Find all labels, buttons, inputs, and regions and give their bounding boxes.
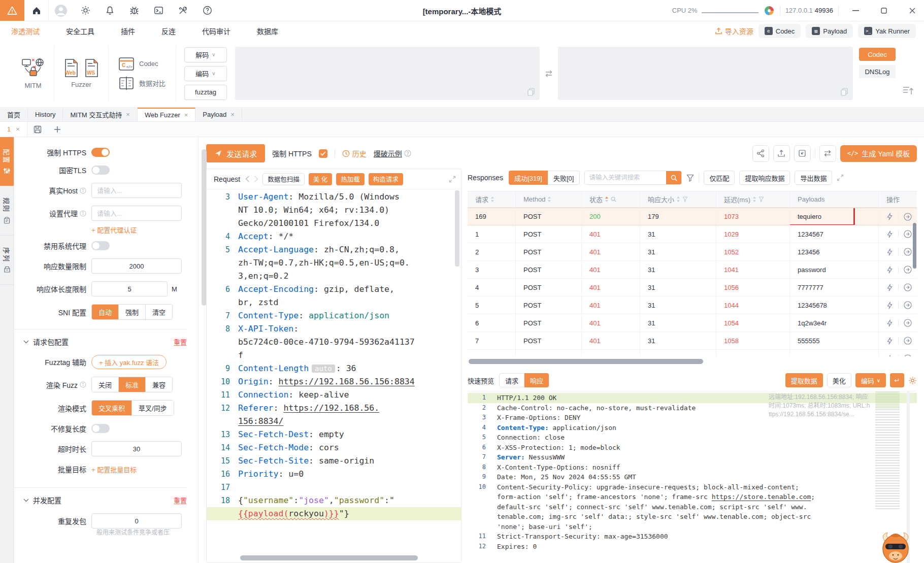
open-detail-icon[interactable]	[904, 337, 912, 345]
avatar[interactable]	[49, 0, 73, 21]
reset-request-config-button[interactable]: 重置	[174, 337, 187, 347]
sni-option-auto[interactable]: 自动	[92, 305, 119, 319]
table-row[interactable]: 3POST401311041password	[468, 261, 917, 279]
open-detail-icon[interactable]	[904, 266, 912, 274]
retry-lightning-icon[interactable]	[886, 213, 893, 220]
close-icon[interactable]: ×	[184, 111, 188, 119]
retry-lightning-icon[interactable]	[886, 230, 893, 238]
packet-scan-button[interactable]: 数据包扫描	[262, 173, 305, 185]
close-icon[interactable]: ×	[126, 111, 130, 118]
render-mode-cross[interactable]: 交叉乘积	[92, 401, 132, 415]
blast-example-link[interactable]: 爆破示例	[374, 148, 411, 158]
menu-item-sectools[interactable]: 安全工具	[66, 26, 94, 36]
concurrent-section-header[interactable]: 并发配置 重置	[23, 495, 187, 505]
encode-response-button[interactable]: 编码∨	[855, 373, 886, 387]
collapse-list-icon[interactable]	[896, 46, 916, 101]
editor-minimap[interactable]	[875, 391, 900, 511]
beautify-button[interactable]: 美 化	[309, 173, 332, 185]
tab-history[interactable]: History	[28, 108, 63, 121]
menu-item-pentest[interactable]: 渗透测试	[11, 26, 40, 36]
extract-data-button[interactable]: 提取数据	[785, 373, 823, 387]
settings-gear-icon[interactable]	[73, 0, 97, 21]
sni-option-clear[interactable]: 清空	[146, 305, 172, 319]
expand-request-icon[interactable]	[449, 176, 456, 183]
codec-input-textarea[interactable]	[235, 47, 540, 100]
open-detail-icon[interactable]	[904, 213, 912, 221]
data-compare-button[interactable]: 数据对比	[119, 77, 166, 90]
table-row[interactable]: 169POST2001791073tequiero	[468, 208, 917, 225]
close-icon[interactable]: ×	[230, 111, 235, 118]
fuzztag-button[interactable]: fuzztag	[184, 85, 227, 100]
configure-batch-target-link[interactable]: + 配置批量目标	[91, 465, 137, 474]
success-filter-button[interactable]: 成功[319]	[509, 171, 548, 185]
no-fix-length-toggle[interactable]	[91, 424, 110, 433]
construct-request-button[interactable]: 构造请求	[369, 173, 403, 185]
export-data-button[interactable]: 导出数据	[795, 171, 832, 185]
force-https-toggle[interactable]	[91, 148, 110, 157]
codec-mode-button[interactable]: Codec	[859, 48, 896, 61]
table-row[interactable]: 7POST401311058555555	[468, 332, 917, 350]
proxy-input[interactable]	[91, 206, 182, 221]
save-group-icon[interactable]	[27, 122, 48, 137]
home-icon[interactable]	[24, 0, 49, 21]
disable-sys-proxy-toggle[interactable]	[91, 241, 110, 250]
encode-button[interactable]: 编码∨	[184, 66, 227, 81]
retry-lightning-icon[interactable]	[886, 355, 893, 357]
tab-payload[interactable]: Payload×	[195, 108, 242, 121]
codec-tool-button[interactable]: C </> Codec	[119, 57, 166, 71]
open-detail-icon[interactable]	[904, 319, 912, 327]
import-request-button[interactable]	[794, 145, 811, 162]
table-row[interactable]: 1POST4013110291234567	[468, 225, 917, 243]
yak-runner-quick-button[interactable]: >_ Yak Runner	[858, 24, 916, 38]
notifications-bell-icon[interactable]	[97, 0, 122, 21]
open-detail-icon[interactable]	[904, 230, 912, 238]
close-icon[interactable]: ×	[16, 125, 20, 133]
force-https-checkbox[interactable]	[319, 149, 327, 158]
history-back-icon[interactable]	[245, 176, 250, 182]
switch-layout-button[interactable]	[819, 145, 836, 162]
tools-icon[interactable]	[171, 0, 195, 21]
retry-lightning-icon[interactable]	[886, 284, 893, 291]
repeat-send-input[interactable]	[91, 513, 182, 528]
add-group-tab-icon[interactable]	[48, 122, 67, 137]
codec-output-textarea[interactable]	[558, 47, 853, 100]
editor-vertical-scrollbar[interactable]	[455, 190, 459, 267]
menu-item-plugins[interactable]: 插件	[121, 26, 135, 36]
history-button[interactable]: 历史	[342, 148, 367, 158]
maximize-button[interactable]	[872, 0, 896, 21]
strip-tab-sequence[interactable]: 序列	[0, 236, 14, 285]
sni-option-force[interactable]: 强制	[119, 305, 146, 319]
render-mode-sync[interactable]: 草叉/同步	[132, 401, 174, 415]
tab-mitm[interactable]: MITM 交互式劫持×	[63, 108, 137, 121]
render-fuzz-standard[interactable]: 标准	[119, 377, 146, 392]
fuzzer-group-tab-1[interactable]: 1 ×	[0, 122, 27, 137]
mitm-tool-button[interactable]: ✕ ✕ MITM	[8, 46, 54, 101]
request-tab[interactable]: Request	[214, 175, 240, 183]
dnslog-mode-button[interactable]: DNSLog	[859, 65, 896, 78]
table-vertical-scrollbar[interactable]	[913, 223, 916, 269]
table-horizontal-scrollbar[interactable]	[469, 359, 703, 364]
copy-icon[interactable]	[527, 88, 535, 96]
retry-lightning-icon[interactable]	[886, 319, 893, 327]
request-editor[interactable]: 3User-Agent: Mozilla/5.0 (WindowsNT 10.0…	[207, 189, 461, 562]
beautify-response-button[interactable]: 美化	[827, 373, 851, 387]
risk-warning-icon[interactable]	[0, 0, 24, 21]
response-viewer[interactable]: 1HTTP/1.1 200 OK2Cache-Control: no-cache…	[468, 391, 917, 563]
timeout-input[interactable]	[91, 441, 182, 456]
close-button[interactable]	[901, 0, 924, 21]
table-row[interactable]: 6POST4013110541q2w3e4r	[468, 314, 917, 332]
insert-yakfuzz-button[interactable]: + 插入 yak.fuzz 语法	[91, 355, 167, 369]
generate-yaml-button[interactable]: </> 生成 Yaml 模板	[840, 145, 917, 162]
retry-lightning-icon[interactable]	[886, 337, 893, 345]
resp-count-input[interactable]	[91, 258, 182, 274]
minimize-button[interactable]	[844, 0, 867, 21]
share-request-button[interactable]	[752, 145, 769, 162]
viewer-settings-gear-icon[interactable]	[908, 376, 917, 385]
configure-proxy-auth-link[interactable]: + 配置代理认证	[91, 225, 137, 235]
editor-horizontal-scrollbar[interactable]	[240, 555, 418, 560]
history-forward-icon[interactable]	[254, 176, 258, 182]
table-row[interactable]: 2POST401311052123456	[468, 243, 917, 261]
swap-io-icon[interactable]	[540, 46, 558, 101]
open-detail-icon[interactable]	[904, 248, 912, 256]
table-row[interactable]: 8POST401311005qwertyuiop	[468, 350, 917, 356]
